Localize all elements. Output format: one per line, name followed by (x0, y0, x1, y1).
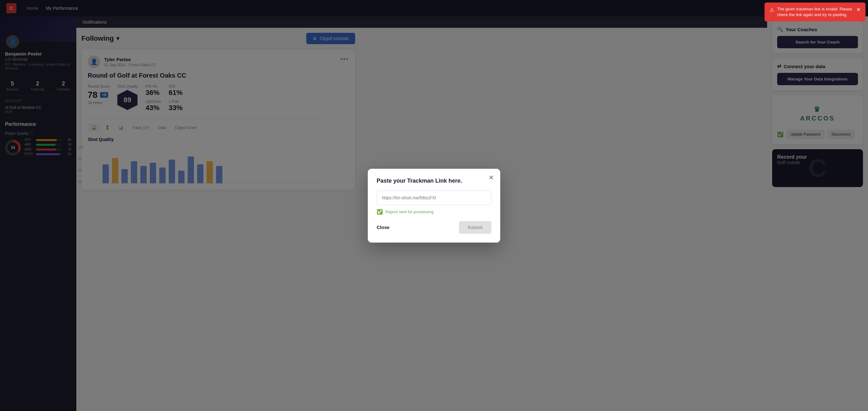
modal-overlay[interactable]: Paste your Trackman Link here. ✕ ✅ Repor… (0, 0, 868, 411)
success-text: Report sent for processing (385, 210, 433, 214)
toast-warning-icon: ⚠ (770, 7, 774, 13)
modal-submit-button: Submit (459, 221, 491, 234)
toast-message: The given trackman link is invalid. Plea… (777, 6, 853, 18)
error-toast: ⚠ The given trackman link is invalid. Pl… (765, 2, 866, 22)
modal-title: Paste your Trackman Link here. (377, 178, 491, 184)
modal-close-icon[interactable]: ✕ (489, 174, 494, 181)
modal-close-button[interactable]: Close (377, 225, 390, 230)
success-message: ✅ Report sent for processing (377, 209, 491, 215)
modal-actions: Close Submit (377, 221, 491, 234)
trackman-link-input[interactable] (377, 191, 491, 205)
toast-close-icon[interactable]: ✕ (856, 6, 861, 13)
success-check-icon: ✅ (377, 209, 383, 215)
trackman-modal: Paste your Trackman Link here. ✕ ✅ Repor… (368, 169, 500, 243)
